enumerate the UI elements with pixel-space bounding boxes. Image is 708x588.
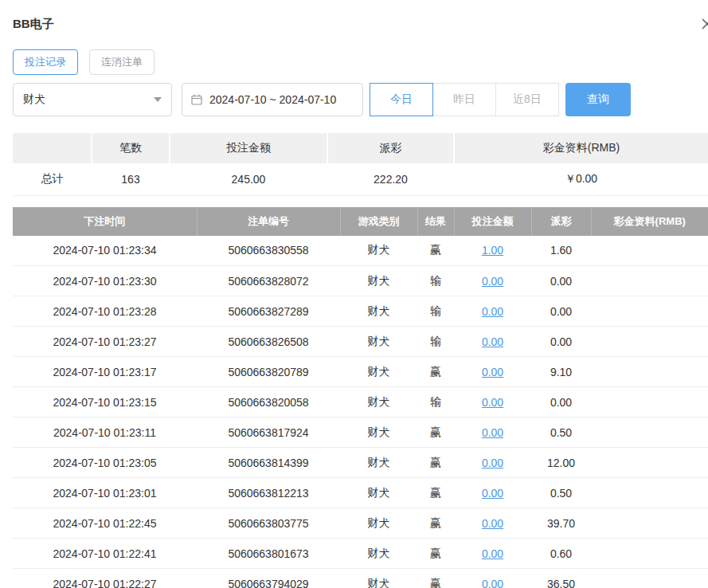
col-header-bet-time: 下注时间 bbox=[13, 207, 197, 236]
bonus-cell bbox=[591, 266, 708, 296]
bet-amount-cell: 0.00 bbox=[454, 448, 531, 478]
game-select[interactable]: 财犬 bbox=[13, 83, 172, 116]
bet-amount-link[interactable]: 0.00 bbox=[482, 275, 503, 288]
summary-header-bet-amount: 投注金额 bbox=[170, 133, 327, 163]
bet-amount-cell: 0.00 bbox=[454, 387, 531, 417]
result-cell: 赢 bbox=[417, 478, 454, 508]
summary-bonus-value: ￥0.00 bbox=[454, 163, 708, 195]
bonus-cell bbox=[591, 357, 708, 387]
bet-time-cell: 2024-07-10 01:23:30 bbox=[13, 266, 197, 296]
bet-time-cell: 2024-07-10 01:23:05 bbox=[13, 448, 197, 478]
order-id-cell: 5060663827289 bbox=[197, 296, 340, 327]
result-cell: 赢 bbox=[417, 448, 454, 478]
payout-cell: 0.00 bbox=[531, 327, 591, 357]
summary-table: 笔数 投注金额 派彩 彩金资料(RMB) 总计 163 245.00 222.2… bbox=[13, 133, 708, 196]
bet-amount-link[interactable]: 0.00 bbox=[482, 517, 503, 530]
result-cell: 输 bbox=[417, 296, 454, 327]
order-id-cell: 5060663794029 bbox=[197, 569, 340, 588]
tab-bet-records[interactable]: 投注记录 bbox=[13, 49, 78, 75]
game-type-cell: 财犬 bbox=[340, 266, 417, 296]
order-id-cell: 5060663814399 bbox=[197, 448, 340, 478]
game-type-cell: 财犬 bbox=[340, 387, 417, 417]
result-cell: 赢 bbox=[417, 357, 454, 387]
quick-last8days-button[interactable]: 近8日 bbox=[495, 83, 559, 116]
col-header-order-id: 注单编号 bbox=[197, 207, 340, 236]
bet-amount-link[interactable]: 0.00 bbox=[482, 426, 503, 439]
result-cell: 赢 bbox=[417, 417, 454, 448]
game-type-cell: 财犬 bbox=[340, 448, 417, 478]
bonus-cell bbox=[591, 478, 708, 508]
bet-time-cell: 2024-07-10 01:22:45 bbox=[13, 508, 197, 539]
payout-cell: 39.70 bbox=[531, 508, 591, 539]
bet-amount-link[interactable]: 0.00 bbox=[482, 396, 503, 409]
payout-cell: 9.10 bbox=[531, 357, 591, 387]
game-type-cell: 财犬 bbox=[340, 417, 417, 448]
table-row: 2024-07-10 01:23:305060663828072财犬输0.000… bbox=[13, 266, 708, 296]
result-cell: 赢 bbox=[417, 236, 454, 266]
bonus-cell bbox=[591, 327, 708, 357]
bet-time-cell: 2024-07-10 01:23:28 bbox=[13, 296, 197, 327]
bet-amount-cell: 0.00 bbox=[454, 266, 531, 296]
result-cell: 输 bbox=[417, 266, 454, 296]
titlebar: BB电子 bbox=[13, 14, 695, 33]
bet-records-panel: BB电子 投注记录 连消注单 财犬 2024-07-10 ~ 2024-0 bbox=[0, 0, 708, 588]
game-type-cell: 财犬 bbox=[340, 296, 417, 327]
table-row: 2024-07-10 01:23:155060663820058财犬输0.000… bbox=[13, 387, 708, 417]
game-type-cell: 财犬 bbox=[340, 478, 417, 508]
tab-combo-orders[interactable]: 连消注单 bbox=[89, 49, 155, 75]
payout-cell: 0.50 bbox=[531, 478, 591, 508]
close-icon[interactable] bbox=[701, 18, 708, 30]
game-type-cell: 财犬 bbox=[340, 327, 417, 357]
bet-amount-cell: 0.00 bbox=[454, 327, 531, 357]
order-id-cell: 5060663820058 bbox=[197, 387, 340, 417]
summary-header-payout: 派彩 bbox=[327, 133, 454, 163]
payout-cell: 12.00 bbox=[531, 448, 591, 478]
calendar-icon bbox=[190, 93, 203, 106]
bet-amount-cell: 0.00 bbox=[454, 478, 531, 508]
bonus-cell bbox=[591, 387, 708, 417]
bet-time-cell: 2024-07-10 01:23:17 bbox=[13, 357, 197, 387]
summary-header-row: 笔数 投注金额 派彩 彩金资料(RMB) bbox=[13, 133, 708, 163]
col-header-bet-amount: 投注金额 bbox=[454, 207, 531, 236]
result-cell: 赢 bbox=[417, 539, 454, 569]
bet-amount-link[interactable]: 0.00 bbox=[482, 305, 503, 318]
tab-bar: 投注记录 连消注单 bbox=[13, 49, 695, 75]
order-id-cell: 5060663820789 bbox=[197, 357, 340, 387]
page-title: BB电子 bbox=[13, 17, 54, 32]
summary-count-value: 163 bbox=[92, 163, 170, 195]
bonus-cell bbox=[591, 508, 708, 539]
summary-bet-amount-value: 245.00 bbox=[170, 163, 327, 195]
payout-cell: 1.60 bbox=[531, 236, 591, 266]
bet-amount-link[interactable]: 0.00 bbox=[482, 578, 503, 588]
bet-amount-link[interactable]: 0.00 bbox=[482, 457, 503, 469]
result-cell: 输 bbox=[417, 327, 454, 357]
summary-header-bonus: 彩金资料(RMB) bbox=[454, 133, 708, 163]
date-range-value: 2024-07-10 ~ 2024-07-10 bbox=[209, 93, 336, 106]
bonus-cell bbox=[591, 539, 708, 569]
quick-today-button[interactable]: 今日 bbox=[370, 83, 433, 116]
search-button[interactable]: 查询 bbox=[565, 83, 631, 116]
order-id-cell: 5060663801673 bbox=[197, 539, 340, 569]
order-id-cell: 5060663812213 bbox=[197, 478, 340, 508]
bet-table-body: 2024-07-10 01:23:345060663830558财犬赢1.001… bbox=[13, 236, 708, 588]
bet-time-cell: 2024-07-10 01:23:15 bbox=[13, 387, 197, 417]
bet-amount-link[interactable]: 1.00 bbox=[482, 244, 503, 257]
order-id-cell: 5060663817924 bbox=[197, 417, 340, 448]
quick-yesterday-button[interactable]: 昨日 bbox=[432, 83, 496, 116]
bet-amount-cell: 0.00 bbox=[454, 417, 531, 448]
bet-amount-link[interactable]: 0.00 bbox=[482, 366, 503, 378]
summary-header-blank bbox=[13, 133, 92, 163]
table-row: 2024-07-10 01:23:345060663830558财犬赢1.001… bbox=[13, 236, 708, 266]
bet-amount-link[interactable]: 0.00 bbox=[482, 335, 503, 348]
chevron-down-icon bbox=[154, 97, 162, 102]
summary-total-label: 总计 bbox=[13, 163, 92, 195]
summary-total-row: 总计 163 245.00 222.20 ￥0.00 bbox=[13, 163, 708, 195]
payout-cell: 0.00 bbox=[531, 387, 591, 417]
date-range-input[interactable]: 2024-07-10 ~ 2024-07-10 bbox=[182, 83, 363, 116]
bet-table-header-row: 下注时间 注单编号 游戏类别 结果 投注金额 派彩 彩金资料(RMB) bbox=[13, 207, 708, 236]
bet-amount-link[interactable]: 0.00 bbox=[482, 547, 503, 560]
bet-amount-cell: 0.00 bbox=[454, 357, 531, 387]
bet-time-cell: 2024-07-10 01:22:41 bbox=[13, 539, 197, 569]
table-row: 2024-07-10 01:22:415060663801673财犬赢0.000… bbox=[13, 539, 708, 569]
bet-amount-link[interactable]: 0.00 bbox=[482, 487, 503, 500]
